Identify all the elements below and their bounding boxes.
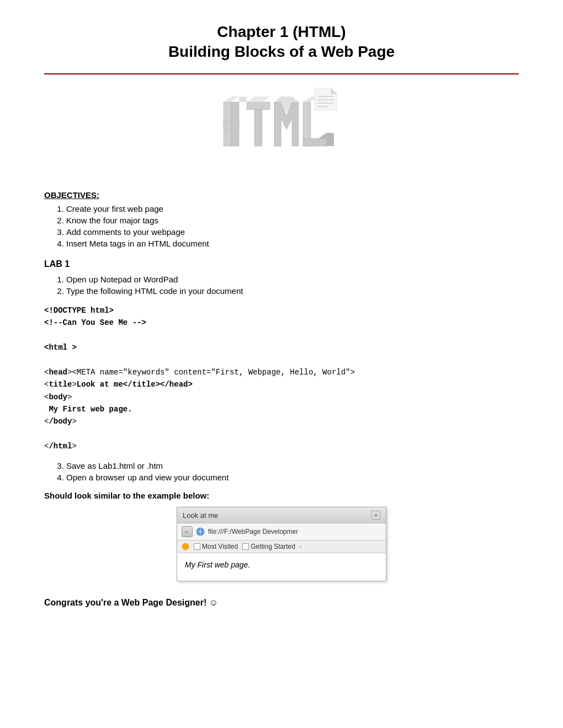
lab-step-3: Save as Lab1.html or .htm	[66, 461, 519, 470]
browser-address[interactable]: file:///F:/WebPage Developmer	[208, 528, 381, 536]
page-icon	[196, 527, 205, 536]
svg-rect-6	[254, 110, 262, 146]
browser-close-button[interactable]: ×	[371, 511, 380, 520]
svg-marker-4	[239, 97, 247, 102]
svg-marker-7	[247, 97, 270, 102]
code-line-9: My First web page.	[44, 403, 519, 415]
objectives-list: Create your first web page Know the four…	[66, 204, 519, 248]
page-title: Chapter 1 (HTML) Building Blocks of a We…	[44, 22, 519, 62]
browser-content-text: My First web page.	[185, 560, 250, 569]
browser-bookmarks-bar: Most Visited Getting Started ·	[177, 540, 386, 553]
bookmark-label-1: Most Visited	[202, 543, 238, 550]
objective-item-3: Add comments to your webpage	[66, 227, 519, 237]
lab-section: LAB 1 Open up Notepad or WordPad Type th…	[44, 259, 519, 483]
bookmark-more: ·	[300, 543, 301, 550]
code-line-4: <html >	[44, 341, 519, 354]
browser-content: My First web page.	[177, 553, 386, 581]
bookmark-getting-started: Getting Started	[242, 543, 295, 550]
svg-marker-3	[224, 97, 239, 102]
lab-steps-continued: Save as Lab1.html or .htm Open a browser…	[66, 461, 519, 482]
browser-addressbar: ← file:///F:/WebPage Developmer	[177, 523, 386, 540]
code-line-1: <!DOCTYPE html>	[44, 304, 519, 317]
page-header: Chapter 1 (HTML) Building Blocks of a We…	[44, 22, 519, 62]
code-block: <!DOCTYPE html> <!--Can You See Me --> <…	[44, 304, 519, 453]
header-divider	[44, 73, 519, 74]
objective-item-4: Insert Meta tags in an HTML document	[66, 239, 519, 248]
browser-titlebar: Look at me ×	[177, 507, 386, 523]
html-logo-container	[44, 85, 519, 174]
svg-rect-5	[247, 102, 270, 110]
lab-heading: LAB 1	[44, 259, 519, 269]
code-line-8: <body>	[44, 391, 519, 403]
bookmark-most-visited: Most Visited	[194, 543, 238, 550]
example-label: Should look similar to the example below…	[44, 491, 519, 500]
svg-marker-16	[331, 88, 337, 94]
html-logo-image	[221, 85, 342, 174]
code-line-10: </body>	[44, 415, 519, 427]
objective-item-2: Know the four major tags	[66, 216, 519, 225]
html-logo-svg	[221, 85, 342, 174]
objectives-label: OBJECTIVES:	[44, 190, 519, 200]
bookmark-checkbox-2	[242, 543, 249, 550]
objective-item-1: Create your first web page	[66, 204, 519, 213]
lab-steps-list: Open up Notepad or WordPad Type the foll…	[66, 275, 519, 296]
lab-step-2: Type the following HTML code in your doc…	[66, 286, 519, 296]
browser-title: Look at me	[183, 511, 218, 520]
lab-step-4: Open a browser up and view your document	[66, 473, 519, 482]
bookmark-checkbox-1	[194, 543, 200, 550]
code-line-6: <head><META name="keywords" content="Fir…	[44, 366, 519, 378]
code-line-12: </html>	[44, 440, 519, 452]
svg-rect-2	[231, 102, 239, 146]
svg-point-24	[182, 543, 189, 550]
browser-back-button[interactable]: ←	[182, 526, 193, 537]
bookmarks-icon	[182, 543, 189, 550]
svg-rect-12	[303, 138, 326, 146]
code-line-2: <!--Can You See Me -->	[44, 317, 519, 329]
browser-mockup: Look at me × ← file:///F:/WebPage Develo…	[177, 507, 386, 581]
lab-step-1: Open up Notepad or WordPad	[66, 275, 519, 284]
bookmark-label-2: Getting Started	[251, 543, 295, 550]
code-line-7: <title>Look at me</title></head>	[44, 378, 519, 390]
objectives-section: OBJECTIVES: Create your first web page K…	[44, 190, 519, 248]
congrats-text: Congrats you're a Web Page Designer! ☺	[44, 598, 218, 607]
congrats-message: Congrats you're a Web Page Designer! ☺	[44, 598, 519, 608]
